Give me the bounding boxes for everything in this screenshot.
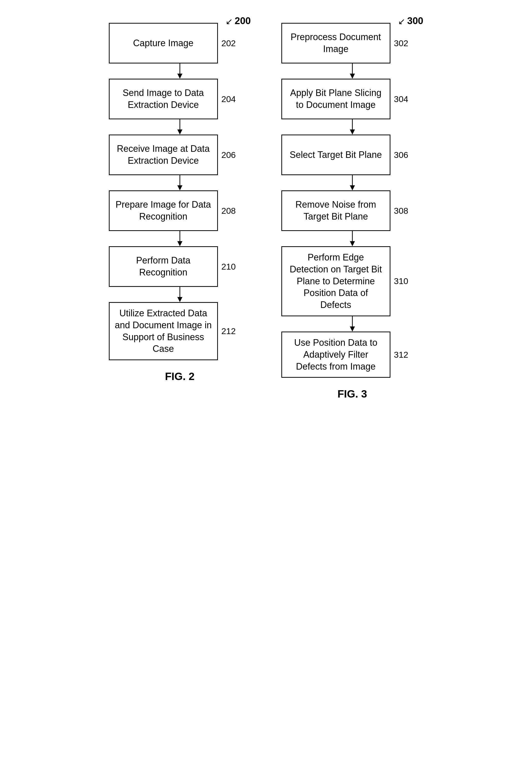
right-arrow-2	[298, 119, 407, 135]
svg-marker-3	[177, 130, 182, 135]
step-304-box: Apply Bit Plane Slicing to Document Imag…	[281, 79, 390, 119]
right-flowchart: Preprocess Document Image 302 Apply Bit …	[281, 23, 423, 378]
arrow-5	[125, 287, 235, 302]
step-212-wrapper: Utilize Extracted Data and Document Imag…	[109, 302, 251, 360]
step-312-label: 312	[394, 350, 408, 360]
right-fig-label: FIG. 3	[337, 388, 367, 400]
step-308-box: Remove Noise from Target Bit Plane	[281, 190, 390, 231]
step-312-text: Use Position Data to Adaptively Filter D…	[287, 337, 385, 373]
left-fig-label: FIG. 2	[165, 370, 195, 382]
arrow-4	[125, 231, 235, 246]
svg-marker-19	[350, 326, 355, 332]
svg-marker-13	[350, 130, 355, 135]
step-204-wrapper: Send Image to Data Extraction Device 204	[109, 79, 251, 119]
step-208-label: 208	[221, 206, 236, 216]
step-302-wrapper: Preprocess Document Image 302	[281, 23, 423, 63]
svg-marker-11	[350, 74, 355, 79]
step-204-label: 204	[221, 94, 236, 104]
arrow-3	[125, 175, 235, 190]
step-210-text: Perform Data Recognition	[115, 255, 212, 279]
step-302-label: 302	[394, 38, 408, 48]
svg-marker-1	[177, 74, 182, 79]
step-308-text: Remove Noise from Target Bit Plane	[287, 199, 385, 223]
step-304-text: Apply Bit Plane Slicing to Document Imag…	[287, 87, 385, 111]
step-306-wrapper: Select Target Bit Plane 306	[281, 135, 423, 175]
right-arrow-5	[298, 316, 407, 332]
step-308-label: 308	[394, 206, 408, 216]
step-306-text: Select Target Bit Plane	[290, 149, 382, 161]
step-310-label: 310	[394, 276, 408, 286]
step-310-text: Perform Edge Detection on Target Bit Pla…	[287, 252, 385, 311]
svg-marker-5	[177, 185, 182, 190]
step-202-box: Capture Image	[109, 23, 218, 63]
step-206-label: 206	[221, 150, 236, 160]
diagram-left: ↙ 200 Capture Image 202 Sen	[109, 15, 251, 382]
step-202-text: Capture Image	[133, 37, 193, 49]
step-302-text: Preprocess Document Image	[287, 31, 385, 55]
arrow-2	[125, 119, 235, 135]
step-212-text: Utilize Extracted Data and Document Imag…	[115, 307, 212, 355]
step-306-label: 306	[394, 150, 408, 160]
step-308-wrapper: Remove Noise from Target Bit Plane 308	[281, 190, 423, 231]
step-206-text: Receive Image at Data Extraction Device	[115, 143, 212, 167]
step-302-box: Preprocess Document Image	[281, 23, 390, 63]
step-210-box: Perform Data Recognition	[109, 246, 218, 287]
step-212-box: Utilize Extracted Data and Document Imag…	[109, 302, 218, 360]
step-202-label: 202	[221, 38, 236, 48]
svg-marker-9	[177, 297, 182, 302]
step-204-text: Send Image to Data Extraction Device	[115, 87, 212, 111]
step-210-label: 210	[221, 262, 236, 272]
step-208-text: Prepare Image for Data Recognition	[115, 199, 212, 223]
step-206-box: Receive Image at Data Extraction Device	[109, 135, 218, 175]
step-206-wrapper: Receive Image at Data Extraction Device …	[109, 135, 251, 175]
right-arrow-4	[298, 231, 407, 246]
left-flowchart: Capture Image 202 Send Image to Data Ext…	[109, 23, 251, 360]
svg-marker-7	[177, 241, 182, 246]
step-312-box: Use Position Data to Adaptively Filter D…	[281, 332, 390, 378]
step-204-box: Send Image to Data Extraction Device	[109, 79, 218, 119]
step-208-box: Prepare Image for Data Recognition	[109, 190, 218, 231]
diagram-right: ↙ 300 Preprocess Document Image 302	[281, 15, 423, 400]
step-310-wrapper: Perform Edge Detection on Target Bit Pla…	[281, 246, 423, 316]
right-arrow-3	[298, 175, 407, 190]
step-304-label: 304	[394, 94, 408, 104]
step-202-wrapper: Capture Image 202	[109, 23, 251, 63]
svg-marker-15	[350, 185, 355, 190]
step-210-wrapper: Perform Data Recognition 210	[109, 246, 251, 287]
svg-marker-17	[350, 241, 355, 246]
step-310-box: Perform Edge Detection on Target Bit Pla…	[281, 246, 390, 316]
step-304-wrapper: Apply Bit Plane Slicing to Document Imag…	[281, 79, 423, 119]
step-212-label: 212	[221, 326, 236, 336]
step-306-box: Select Target Bit Plane	[281, 135, 390, 175]
right-arrow-1	[298, 63, 407, 79]
page-container: ↙ 200 Capture Image 202 Sen	[0, 0, 532, 757]
step-312-wrapper: Use Position Data to Adaptively Filter D…	[281, 332, 423, 378]
arrow-1	[125, 63, 235, 79]
step-208-wrapper: Prepare Image for Data Recognition 208	[109, 190, 251, 231]
